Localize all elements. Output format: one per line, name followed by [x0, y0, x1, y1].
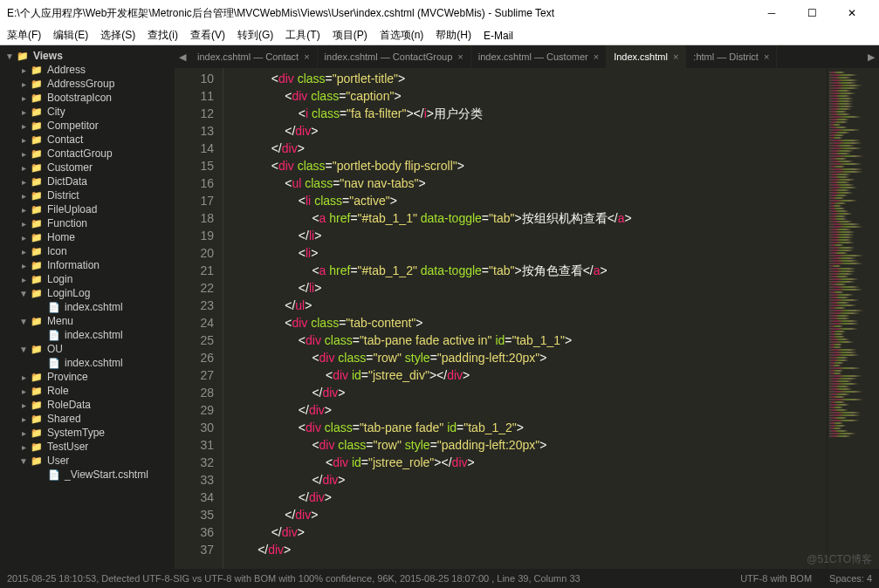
window-controls: ─ ☐ ✕ — [752, 0, 872, 26]
folder-icon — [16, 50, 30, 62]
tree-item[interactable]: ▸Address — [0, 63, 175, 77]
close-button[interactable]: ✕ — [832, 0, 872, 26]
tree-label: Contact — [47, 133, 83, 146]
folder-icon — [30, 217, 44, 229]
tree-label: AddressGroup — [47, 78, 114, 90]
tree-item[interactable]: ▸AddressGroup — [0, 77, 175, 91]
watermark: @51CTO博客 — [807, 552, 872, 567]
tree-label: OU — [47, 343, 63, 355]
minimap[interactable] — [827, 68, 879, 569]
tab[interactable]: :html — District× — [686, 45, 777, 68]
close-icon[interactable]: × — [594, 51, 599, 62]
tree-item[interactable]: ▼Menu — [0, 314, 175, 328]
close-icon[interactable]: × — [304, 51, 309, 62]
tree-label: Role — [47, 385, 69, 397]
folder-icon — [30, 259, 44, 271]
tree-item[interactable]: ▸RoleData — [0, 398, 175, 412]
tree-item[interactable]: ▸Login — [0, 272, 175, 286]
status-encoding[interactable]: UTF-8 with BOM — [740, 573, 812, 584]
tab[interactable]: index.cshtml — Contact× — [190, 45, 318, 68]
tree-item[interactable]: index.cshtml — [0, 300, 175, 314]
tree-item[interactable]: index.cshtml — [0, 356, 175, 370]
tree-item[interactable]: ▸ContactGroup — [0, 147, 175, 161]
tab[interactable]: index.cshtml — Customer× — [471, 45, 607, 68]
status-spaces[interactable]: Spaces: 4 — [829, 573, 872, 584]
sidebar[interactable]: ▼Views▸Address▸AddressGroup▸BootstrapIco… — [0, 45, 175, 569]
tab[interactable]: index.cshtml — ContactGroup× — [318, 45, 471, 68]
menu-item[interactable]: 转到(G) — [234, 26, 277, 44]
file-icon — [47, 357, 61, 369]
close-icon[interactable]: × — [764, 51, 769, 62]
tree-item[interactable]: index.cshtml — [0, 328, 175, 342]
folder-icon — [30, 245, 44, 257]
tree-item[interactable]: _ViewStart.cshtml — [0, 468, 175, 482]
folder-icon — [30, 78, 44, 90]
menu-item[interactable]: 编辑(E) — [50, 26, 92, 44]
close-icon[interactable]: × — [457, 51, 463, 62]
arrow-icon: ▸ — [17, 107, 30, 117]
file-icon — [47, 301, 61, 313]
tree-item[interactable]: ▼LoginLog — [0, 286, 175, 300]
menu-item[interactable]: E-Mail — [480, 28, 517, 44]
tree-item[interactable]: ▼Views — [0, 49, 175, 63]
tree-item[interactable]: ▸Icon — [0, 244, 175, 258]
code-area[interactable]: <div class="portlet-title"> <div class="… — [223, 68, 827, 569]
arrow-icon: ▸ — [17, 373, 30, 382]
arrow-icon: ▸ — [17, 93, 30, 103]
tree-item[interactable]: ▸BootstrapIcon — [0, 91, 175, 105]
menu-item[interactable]: 菜单(F) — [3, 26, 45, 44]
tree-item[interactable]: ▸City — [0, 105, 175, 119]
tree-item[interactable]: ▸SystemType — [0, 426, 175, 440]
tree-item[interactable]: ▸Information — [0, 258, 175, 272]
menu-item[interactable]: 查找(i) — [144, 26, 182, 44]
tab-scroll-right-icon[interactable]: ▶ — [863, 45, 879, 68]
folder-icon — [30, 273, 44, 285]
tab-scroll-left-icon[interactable]: ◀ — [175, 45, 190, 68]
tree-item[interactable]: ▸Competitor — [0, 119, 175, 133]
tree-label: Customer — [47, 161, 93, 174]
arrow-icon: ▸ — [17, 163, 30, 173]
tree-label: Icon — [47, 245, 67, 257]
tree-item[interactable]: ▸Function — [0, 216, 175, 230]
tree-item[interactable]: ▸Shared — [0, 412, 175, 426]
tab-label: index.cshtml — ContactGroup — [325, 51, 453, 62]
file-icon — [47, 329, 61, 341]
menu-item[interactable]: 项目(P) — [329, 26, 371, 44]
tree-label: ContactGroup — [47, 147, 113, 160]
folder-icon — [30, 371, 44, 383]
tree-label: LoginLog — [47, 287, 90, 299]
minimize-button[interactable]: ─ — [752, 0, 792, 26]
arrow-icon: ▸ — [17, 275, 30, 284]
menu-item[interactable]: 首选项(n) — [376, 26, 428, 44]
folder-icon — [30, 287, 44, 299]
folder-icon — [30, 147, 44, 160]
tree-item[interactable]: ▼OU — [0, 342, 175, 356]
tree-label: Address — [47, 64, 86, 76]
statusbar: 2015-08-25 18:10:53, Detected UTF-8-SIG … — [0, 569, 879, 588]
close-icon[interactable]: × — [673, 51, 678, 62]
tree-item[interactable]: ▸Customer — [0, 161, 175, 174]
menu-item[interactable]: 查看(V) — [187, 26, 229, 44]
tree-item[interactable]: ▸Contact — [0, 133, 175, 147]
tree-item[interactable]: ▸Home — [0, 230, 175, 244]
menu-item[interactable]: 选择(S) — [97, 26, 139, 44]
tab-label: index.cshtml — Customer — [478, 51, 588, 62]
folder-icon — [30, 189, 44, 202]
menu-item[interactable]: 帮助(H) — [432, 26, 475, 44]
tree-item[interactable]: ▸FileUpload — [0, 202, 175, 216]
maximize-button[interactable]: ☐ — [792, 0, 832, 26]
arrow-icon: ▼ — [17, 345, 30, 354]
editor[interactable]: 1011121314151617181920212223242526272829… — [175, 68, 879, 569]
folder-icon — [30, 161, 44, 174]
tree-item[interactable]: ▼User — [0, 454, 175, 468]
tree-item[interactable]: ▸District — [0, 188, 175, 202]
tree-item[interactable]: ▸DictData — [0, 174, 175, 188]
tree-item[interactable]: ▸Province — [0, 370, 175, 384]
arrow-icon: ▸ — [17, 149, 30, 159]
tab[interactable]: Index.cshtml× — [607, 45, 686, 68]
tree-item[interactable]: ▸TestUser — [0, 440, 175, 454]
tree-label: index.cshtml — [65, 329, 123, 341]
gutter: 1011121314151617181920212223242526272829… — [175, 68, 223, 569]
menu-item[interactable]: 工具(T) — [282, 26, 323, 44]
tree-item[interactable]: ▸Role — [0, 384, 175, 398]
